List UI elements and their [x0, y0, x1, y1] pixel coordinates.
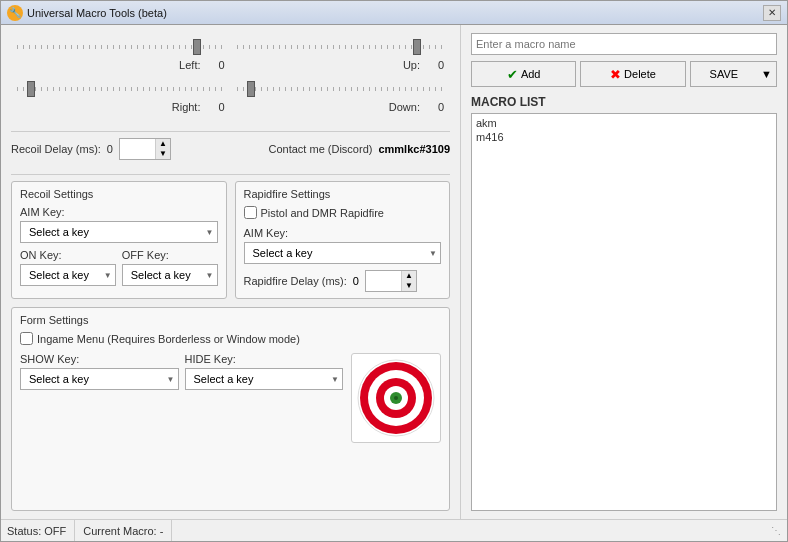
hide-key-select[interactable]: Select a key [190, 368, 339, 390]
form-bottom-row: SHOW Key: Select a key [20, 353, 441, 443]
form-settings-box: Form Settings Ingame Menu (Requires Bord… [11, 307, 450, 511]
rapidfire-aim-key-label: AIM Key: [244, 227, 442, 239]
left-slider-label-row: Left: 0 [17, 59, 225, 71]
resize-handle[interactable]: ⋱ [771, 525, 781, 536]
svg-point-6 [394, 396, 398, 400]
left-slider-row: Left: 0 [11, 33, 231, 75]
add-button[interactable]: ✔ Add [471, 61, 576, 87]
aim-key-dropdown[interactable]: Select a key [20, 221, 218, 243]
x-icon: ✖ [610, 67, 621, 82]
discord-label: Contact me (Discord) [177, 143, 372, 155]
recoil-delay-static-value: 0 [107, 143, 113, 155]
on-off-key-row: ON Key: Select a key OFF Key: [20, 249, 218, 292]
right-slider-thumb[interactable] [27, 81, 35, 97]
rapidfire-checkbox[interactable] [244, 206, 257, 219]
rapidfire-aim-key-dropdown-wrapper: Select a key [244, 242, 442, 264]
left-slider-track-container[interactable] [17, 37, 225, 57]
sliders-grid: Left: 0 Up: 0 [11, 33, 450, 117]
save-button-group: SAVE ▼ [690, 61, 777, 87]
right-slider-track [17, 87, 225, 91]
list-item[interactable]: m416 [474, 130, 774, 144]
left-panel: Left: 0 Up: 0 [1, 25, 461, 519]
off-key-dropdown[interactable]: Select a key [122, 264, 218, 286]
up-slider-value: 0 [424, 59, 444, 71]
rapidfire-delay-label: Rapidfire Delay (ms): [244, 275, 347, 287]
macro-name-input[interactable] [471, 33, 777, 55]
on-key-col: ON Key: Select a key [20, 249, 116, 292]
on-key-select[interactable]: Select a key [25, 264, 111, 286]
title-bar: 🔧 Universal Macro Tools (beta) ✕ [1, 1, 787, 25]
rapidfire-delay-decrement[interactable]: ▼ [402, 281, 416, 291]
aim-key-dropdown-wrapper: Select a key [20, 221, 218, 243]
rapidfire-delay-increment[interactable]: ▲ [402, 271, 416, 281]
up-slider-track-container[interactable] [237, 37, 445, 57]
status-bar: Status: OFF Current Macro: - ⋱ [1, 519, 787, 541]
off-key-label: OFF Key: [122, 249, 218, 261]
on-key-label: ON Key: [20, 249, 116, 261]
rapidfire-delay-spinner: ▲ ▼ [401, 271, 416, 291]
show-key-dropdown[interactable]: Select a key [20, 368, 179, 390]
save-dropdown-button[interactable]: ▼ [757, 61, 777, 87]
recoil-settings-box: Recoil Settings AIM Key: Select a key ON… [11, 181, 227, 299]
recoil-delay-decrement[interactable]: ▼ [156, 149, 170, 159]
left-slider-value: 0 [205, 59, 225, 71]
right-slider-row: Right: 0 [11, 75, 231, 117]
recoil-settings-title: Recoil Settings [20, 188, 218, 200]
hide-key-dropdown-wrapper: Select a key [185, 368, 344, 390]
close-button[interactable]: ✕ [763, 5, 781, 21]
up-slider-label-row: Up: 0 [237, 59, 445, 71]
rapidfire-checkbox-row: Pistol and DMR Rapidfire [244, 206, 442, 219]
target-icon [356, 358, 436, 438]
down-slider-track-container[interactable] [237, 79, 445, 99]
discord-name: cmmlkc#3109 [378, 143, 450, 155]
add-button-label: Add [521, 68, 541, 80]
recoil-delay-spinner: ▲ ▼ [155, 139, 170, 159]
macro-list[interactable]: akm m416 [471, 113, 777, 511]
up-slider-row: Up: 0 [231, 33, 451, 75]
aim-key-select[interactable]: Select a key [25, 221, 213, 243]
right-panel: ✔ Add ✖ Delete SAVE ▼ MACRO LIST akm m41… [461, 25, 787, 519]
recoil-delay-input-group: 0 ▲ ▼ [119, 138, 171, 160]
on-key-dropdown-wrapper: Select a key [20, 264, 116, 286]
up-slider-track [237, 45, 445, 49]
show-key-dropdown-wrapper: Select a key [20, 368, 179, 390]
down-slider-row: Down: 0 [231, 75, 451, 117]
right-slider-value: 0 [205, 101, 225, 113]
off-key-select[interactable]: Select a key [127, 264, 213, 286]
recoil-delay-row: Recoil Delay (ms): 0 0 ▲ ▼ Contact me (D… [11, 138, 450, 160]
save-button[interactable]: SAVE [690, 61, 757, 87]
on-key-dropdown[interactable]: Select a key [20, 264, 116, 286]
show-key-col: SHOW Key: Select a key [20, 353, 179, 396]
right-slider-label-row: Right: 0 [17, 101, 225, 113]
current-macro-label: Current Macro: - [75, 520, 172, 541]
macro-buttons: ✔ Add ✖ Delete SAVE ▼ [471, 61, 777, 87]
down-slider-value: 0 [424, 101, 444, 113]
hide-key-col: HIDE Key: Select a key [185, 353, 344, 396]
list-item[interactable]: akm [474, 116, 774, 130]
rapidfire-aim-key-select[interactable]: Select a key [249, 242, 437, 264]
form-settings-title: Form Settings [20, 314, 441, 326]
form-checkbox-row: Ingame Menu (Requires Borderless or Wind… [20, 332, 441, 345]
form-keys: SHOW Key: Select a key [20, 353, 343, 443]
divider-1 [11, 131, 450, 132]
down-slider-thumb[interactable] [247, 81, 255, 97]
rapidfire-delay-input[interactable]: 0 [366, 271, 401, 291]
main-window: 🔧 Universal Macro Tools (beta) ✕ Left: 0 [0, 0, 788, 542]
hide-key-dropdown[interactable]: Select a key [185, 368, 344, 390]
macro-list-title: MACRO LIST [471, 95, 777, 109]
right-slider-label: Right: [172, 101, 201, 113]
show-key-select[interactable]: Select a key [25, 368, 174, 390]
rapidfire-aim-key-dropdown[interactable]: Select a key [244, 242, 442, 264]
recoil-delay-input[interactable]: 0 [120, 139, 155, 159]
settings-row: Recoil Settings AIM Key: Select a key ON… [11, 181, 450, 299]
rapidfire-settings-title: Rapidfire Settings [244, 188, 442, 200]
up-slider-thumb[interactable] [413, 39, 421, 55]
save-button-label: SAVE [710, 68, 739, 80]
recoil-delay-increment[interactable]: ▲ [156, 139, 170, 149]
aim-key-label: AIM Key: [20, 206, 218, 218]
delete-button[interactable]: ✖ Delete [580, 61, 685, 87]
right-slider-track-container[interactable] [17, 79, 225, 99]
rapidfire-delay-static: 0 [353, 275, 359, 287]
left-slider-thumb[interactable] [193, 39, 201, 55]
ingame-menu-checkbox[interactable] [20, 332, 33, 345]
